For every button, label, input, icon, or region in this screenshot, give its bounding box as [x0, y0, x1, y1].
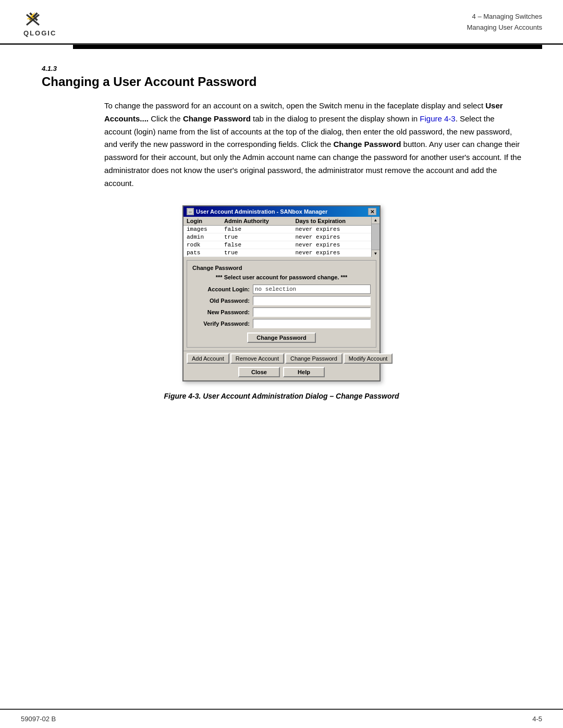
col-days: Days to Expiration [292, 217, 371, 226]
dialog-window: User Account Administration - SANbox Man… [182, 205, 381, 381]
add-account-tab[interactable]: Add Account [187, 353, 229, 364]
page-footer: 59097-02 B 4-5 [0, 709, 563, 728]
row-login: rodk [183, 241, 221, 249]
footer-right: 4-5 [532, 715, 542, 723]
old-password-input[interactable] [253, 296, 371, 305]
verify-password-label: Verify Password: [192, 320, 250, 327]
old-password-row: Old Password: [192, 296, 371, 305]
dialog-titlebar: User Account Administration - SANbox Man… [183, 206, 380, 217]
remove-account-tab[interactable]: Remove Account [230, 353, 284, 364]
section-number: 4.1.3 [42, 65, 521, 72]
header-section: Managing User Accounts [305, 22, 542, 33]
row-login: pats [183, 249, 221, 257]
body-paragraph: To change the password for an account on… [104, 100, 521, 190]
table-row[interactable]: pats true never expires [183, 249, 371, 257]
change-password-section: Change Password *** Select user account … [187, 260, 376, 348]
close-button[interactable]: Close [238, 367, 280, 377]
dialog-container: User Account Administration - SANbox Man… [42, 205, 521, 381]
footer-left: 59097-02 B [21, 715, 56, 723]
modify-account-tab[interactable]: Modify Account [344, 353, 393, 364]
new-password-label: New Password: [192, 309, 250, 315]
dialog-bottom-tabs: Add Account Remove Account Change Passwo… [183, 351, 380, 365]
col-login: Login [183, 217, 221, 226]
page-header: ✕ ⚡ QLOGIC 4 – Managing Switches Managin… [0, 0, 563, 45]
qlogic-logo: ✕ ⚡ QLOGIC [21, 9, 68, 38]
logo-area: ✕ ⚡ QLOGIC [21, 9, 68, 38]
row-admin: true [221, 249, 292, 257]
row-login: admin [183, 233, 221, 241]
row-days: never expires [292, 241, 371, 249]
scroll-down-arrow[interactable]: ▼ [372, 250, 380, 257]
table-row[interactable]: rodk false never expires [183, 241, 371, 249]
header-chapter: 4 – Managing Switches [305, 11, 542, 22]
accounts-table: Login Admin Authority Days to Expiration… [183, 217, 371, 257]
dialog-title: User Account Administration - SANbox Man… [196, 208, 327, 215]
verify-password-input[interactable] [253, 319, 371, 328]
account-login-value[interactable]: no selection [253, 285, 371, 294]
row-login: images [183, 226, 221, 233]
row-admin: false [221, 226, 292, 233]
section-title: Changing a User Account Password [42, 75, 521, 89]
accounts-table-wrapper: Login Admin Authority Days to Expiration… [183, 217, 380, 257]
titlebar-icon [187, 208, 194, 215]
col-admin: Admin Authority [221, 217, 292, 226]
svg-text:QLOGIC: QLOGIC [23, 29, 56, 37]
table-header-row: Login Admin Authority Days to Expiration [183, 217, 371, 226]
svg-rect-6 [189, 211, 192, 211]
cp-button-row: Change Password [192, 332, 371, 343]
old-password-label: Old Password: [192, 298, 250, 304]
dialog-action-row: Close Help [183, 365, 380, 380]
header-right: 4 – Managing Switches Managing User Acco… [305, 9, 542, 33]
row-admin: true [221, 233, 292, 241]
account-login-label: Account Login: [192, 286, 250, 292]
scroll-thumb [372, 224, 380, 250]
scroll-up-arrow[interactable]: ▲ [372, 217, 380, 224]
dialog-titlebar-left: User Account Administration - SANbox Man… [187, 208, 327, 215]
table-row[interactable]: admin true never expires [183, 233, 371, 241]
cp-section-label: Change Password [192, 265, 371, 271]
change-password-btn-ref-bold: Change Password [333, 140, 401, 149]
table-row[interactable]: images false never expires [183, 226, 371, 233]
figure-link[interactable]: Figure 4-3 [420, 114, 455, 123]
new-password-input[interactable] [253, 307, 371, 317]
main-content: 4.1.3 Changing a User Account Password T… [0, 49, 563, 458]
change-password-ref-bold: Change Password [183, 114, 251, 123]
help-button[interactable]: Help [283, 367, 325, 377]
new-password-row: New Password: [192, 307, 371, 317]
row-days: never expires [292, 249, 371, 257]
svg-rect-5 [188, 209, 192, 214]
accent-bar [73, 45, 542, 49]
figure-caption: Figure 4-3. User Account Administration … [42, 392, 521, 400]
row-days: never expires [292, 233, 371, 241]
dialog-close-button[interactable]: ✕ [368, 208, 376, 215]
row-admin: false [221, 241, 292, 249]
scrollbar[interactable]: ▲ ▼ [371, 217, 380, 257]
change-password-tab[interactable]: Change Password [285, 353, 342, 364]
verify-password-row: Verify Password: [192, 319, 371, 328]
row-days: never expires [292, 226, 371, 233]
cp-select-message: *** Select user account for password cha… [192, 274, 371, 280]
account-login-row: Account Login: no selection [192, 285, 371, 294]
change-password-button[interactable]: Change Password [247, 332, 315, 343]
